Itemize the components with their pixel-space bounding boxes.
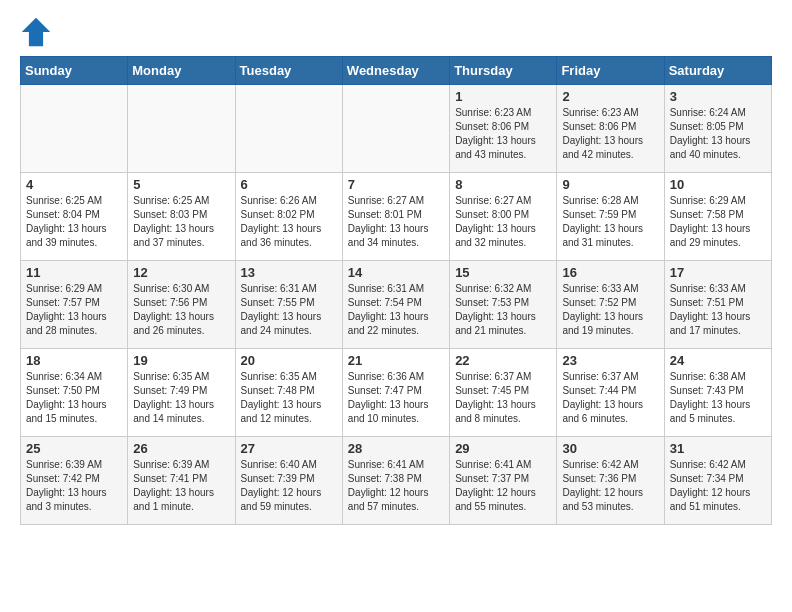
calendar-cell: 27Sunrise: 6:40 AM Sunset: 7:39 PM Dayli… [235, 437, 342, 525]
day-number: 30 [562, 441, 658, 456]
day-number: 5 [133, 177, 229, 192]
day-number: 31 [670, 441, 766, 456]
day-number: 14 [348, 265, 444, 280]
header [20, 16, 772, 48]
calendar-cell: 21Sunrise: 6:36 AM Sunset: 7:47 PM Dayli… [342, 349, 449, 437]
day-number: 20 [241, 353, 337, 368]
calendar-cell: 14Sunrise: 6:31 AM Sunset: 7:54 PM Dayli… [342, 261, 449, 349]
day-number: 12 [133, 265, 229, 280]
calendar-week-row: 25Sunrise: 6:39 AM Sunset: 7:42 PM Dayli… [21, 437, 772, 525]
day-number: 6 [241, 177, 337, 192]
day-info: Sunrise: 6:35 AM Sunset: 7:48 PM Dayligh… [241, 370, 337, 426]
day-number: 21 [348, 353, 444, 368]
calendar-cell [21, 85, 128, 173]
calendar-week-row: 1Sunrise: 6:23 AM Sunset: 8:06 PM Daylig… [21, 85, 772, 173]
calendar-cell: 4Sunrise: 6:25 AM Sunset: 8:04 PM Daylig… [21, 173, 128, 261]
day-number: 25 [26, 441, 122, 456]
day-info: Sunrise: 6:25 AM Sunset: 8:04 PM Dayligh… [26, 194, 122, 250]
day-info: Sunrise: 6:32 AM Sunset: 7:53 PM Dayligh… [455, 282, 551, 338]
calendar-cell [342, 85, 449, 173]
calendar-cell: 18Sunrise: 6:34 AM Sunset: 7:50 PM Dayli… [21, 349, 128, 437]
calendar-cell [128, 85, 235, 173]
calendar-cell [235, 85, 342, 173]
day-info: Sunrise: 6:33 AM Sunset: 7:52 PM Dayligh… [562, 282, 658, 338]
day-info: Sunrise: 6:25 AM Sunset: 8:03 PM Dayligh… [133, 194, 229, 250]
day-info: Sunrise: 6:38 AM Sunset: 7:43 PM Dayligh… [670, 370, 766, 426]
calendar-cell: 15Sunrise: 6:32 AM Sunset: 7:53 PM Dayli… [450, 261, 557, 349]
day-info: Sunrise: 6:30 AM Sunset: 7:56 PM Dayligh… [133, 282, 229, 338]
day-info: Sunrise: 6:27 AM Sunset: 8:00 PM Dayligh… [455, 194, 551, 250]
day-info: Sunrise: 6:35 AM Sunset: 7:49 PM Dayligh… [133, 370, 229, 426]
day-number: 28 [348, 441, 444, 456]
day-info: Sunrise: 6:31 AM Sunset: 7:54 PM Dayligh… [348, 282, 444, 338]
calendar-cell: 5Sunrise: 6:25 AM Sunset: 8:03 PM Daylig… [128, 173, 235, 261]
calendar-cell: 12Sunrise: 6:30 AM Sunset: 7:56 PM Dayli… [128, 261, 235, 349]
day-of-week-header: Saturday [664, 57, 771, 85]
calendar-cell: 3Sunrise: 6:24 AM Sunset: 8:05 PM Daylig… [664, 85, 771, 173]
day-number: 24 [670, 353, 766, 368]
calendar-cell: 16Sunrise: 6:33 AM Sunset: 7:52 PM Dayli… [557, 261, 664, 349]
day-info: Sunrise: 6:34 AM Sunset: 7:50 PM Dayligh… [26, 370, 122, 426]
day-info: Sunrise: 6:29 AM Sunset: 7:57 PM Dayligh… [26, 282, 122, 338]
day-number: 3 [670, 89, 766, 104]
day-info: Sunrise: 6:23 AM Sunset: 8:06 PM Dayligh… [562, 106, 658, 162]
day-info: Sunrise: 6:39 AM Sunset: 7:41 PM Dayligh… [133, 458, 229, 514]
svg-marker-0 [22, 18, 50, 46]
day-number: 11 [26, 265, 122, 280]
day-info: Sunrise: 6:40 AM Sunset: 7:39 PM Dayligh… [241, 458, 337, 514]
day-info: Sunrise: 6:39 AM Sunset: 7:42 PM Dayligh… [26, 458, 122, 514]
calendar-cell: 20Sunrise: 6:35 AM Sunset: 7:48 PM Dayli… [235, 349, 342, 437]
day-info: Sunrise: 6:27 AM Sunset: 8:01 PM Dayligh… [348, 194, 444, 250]
day-info: Sunrise: 6:23 AM Sunset: 8:06 PM Dayligh… [455, 106, 551, 162]
day-number: 2 [562, 89, 658, 104]
day-info: Sunrise: 6:31 AM Sunset: 7:55 PM Dayligh… [241, 282, 337, 338]
day-number: 4 [26, 177, 122, 192]
calendar-header-row: SundayMondayTuesdayWednesdayThursdayFrid… [21, 57, 772, 85]
day-number: 8 [455, 177, 551, 192]
calendar-cell: 6Sunrise: 6:26 AM Sunset: 8:02 PM Daylig… [235, 173, 342, 261]
day-number: 16 [562, 265, 658, 280]
day-number: 22 [455, 353, 551, 368]
calendar-cell: 11Sunrise: 6:29 AM Sunset: 7:57 PM Dayli… [21, 261, 128, 349]
day-info: Sunrise: 6:26 AM Sunset: 8:02 PM Dayligh… [241, 194, 337, 250]
calendar-cell: 22Sunrise: 6:37 AM Sunset: 7:45 PM Dayli… [450, 349, 557, 437]
day-number: 19 [133, 353, 229, 368]
day-of-week-header: Wednesday [342, 57, 449, 85]
day-info: Sunrise: 6:41 AM Sunset: 7:38 PM Dayligh… [348, 458, 444, 514]
day-number: 7 [348, 177, 444, 192]
day-number: 29 [455, 441, 551, 456]
calendar-cell: 9Sunrise: 6:28 AM Sunset: 7:59 PM Daylig… [557, 173, 664, 261]
day-of-week-header: Friday [557, 57, 664, 85]
calendar-cell: 26Sunrise: 6:39 AM Sunset: 7:41 PM Dayli… [128, 437, 235, 525]
calendar-cell: 1Sunrise: 6:23 AM Sunset: 8:06 PM Daylig… [450, 85, 557, 173]
day-number: 23 [562, 353, 658, 368]
day-number: 10 [670, 177, 766, 192]
day-info: Sunrise: 6:29 AM Sunset: 7:58 PM Dayligh… [670, 194, 766, 250]
calendar-week-row: 4Sunrise: 6:25 AM Sunset: 8:04 PM Daylig… [21, 173, 772, 261]
day-of-week-header: Sunday [21, 57, 128, 85]
calendar-cell: 24Sunrise: 6:38 AM Sunset: 7:43 PM Dayli… [664, 349, 771, 437]
calendar-table: SundayMondayTuesdayWednesdayThursdayFrid… [20, 56, 772, 525]
calendar-cell: 30Sunrise: 6:42 AM Sunset: 7:36 PM Dayli… [557, 437, 664, 525]
day-info: Sunrise: 6:41 AM Sunset: 7:37 PM Dayligh… [455, 458, 551, 514]
calendar-cell: 17Sunrise: 6:33 AM Sunset: 7:51 PM Dayli… [664, 261, 771, 349]
day-info: Sunrise: 6:36 AM Sunset: 7:47 PM Dayligh… [348, 370, 444, 426]
day-info: Sunrise: 6:33 AM Sunset: 7:51 PM Dayligh… [670, 282, 766, 338]
logo-icon [20, 16, 52, 48]
calendar-cell: 8Sunrise: 6:27 AM Sunset: 8:00 PM Daylig… [450, 173, 557, 261]
day-number: 1 [455, 89, 551, 104]
day-number: 18 [26, 353, 122, 368]
calendar-cell: 29Sunrise: 6:41 AM Sunset: 7:37 PM Dayli… [450, 437, 557, 525]
calendar-cell: 10Sunrise: 6:29 AM Sunset: 7:58 PM Dayli… [664, 173, 771, 261]
day-info: Sunrise: 6:37 AM Sunset: 7:45 PM Dayligh… [455, 370, 551, 426]
day-info: Sunrise: 6:28 AM Sunset: 7:59 PM Dayligh… [562, 194, 658, 250]
calendar-cell: 25Sunrise: 6:39 AM Sunset: 7:42 PM Dayli… [21, 437, 128, 525]
day-info: Sunrise: 6:24 AM Sunset: 8:05 PM Dayligh… [670, 106, 766, 162]
calendar-cell: 28Sunrise: 6:41 AM Sunset: 7:38 PM Dayli… [342, 437, 449, 525]
day-info: Sunrise: 6:42 AM Sunset: 7:34 PM Dayligh… [670, 458, 766, 514]
calendar-week-row: 18Sunrise: 6:34 AM Sunset: 7:50 PM Dayli… [21, 349, 772, 437]
day-number: 17 [670, 265, 766, 280]
calendar-cell: 23Sunrise: 6:37 AM Sunset: 7:44 PM Dayli… [557, 349, 664, 437]
day-number: 27 [241, 441, 337, 456]
day-number: 13 [241, 265, 337, 280]
